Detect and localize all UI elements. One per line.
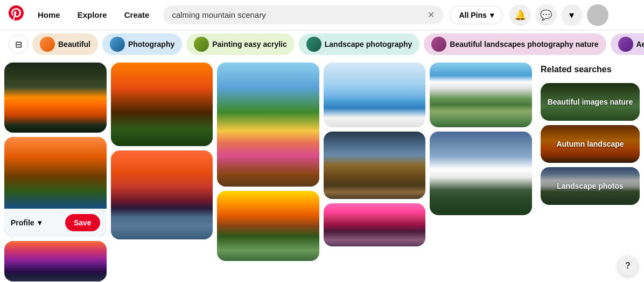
filter-bar: ⊟ Beautiful Photography Painting easy ac… xyxy=(0,30,644,58)
nav-links: Home Explore Create xyxy=(30,6,157,24)
pill-painting-acrylic[interactable]: Painting easy acrylic xyxy=(186,33,295,55)
related-card-autumn-landscape[interactable]: Autumn landscape xyxy=(541,125,640,163)
header: Home Explore Create ✕ All Pins ▾ 🔔 💬 ▾ xyxy=(0,0,644,30)
pill-beautiful-landscapes-label: Beautiful landscapes photography nature xyxy=(450,40,598,49)
pill-landscape-photography-img xyxy=(306,37,321,52)
save-button[interactable]: Save xyxy=(65,214,100,231)
pin-card[interactable] xyxy=(4,241,107,281)
nav-explore[interactable]: Explore xyxy=(70,6,115,24)
pin-card[interactable] xyxy=(111,63,213,146)
pill-aesthetic-label: Aesthetic xyxy=(636,40,645,49)
profile-bar: Profile ▾ Save xyxy=(4,209,107,237)
related-label: Beautiful images nature xyxy=(543,98,638,106)
pin-card[interactable] xyxy=(111,150,213,239)
pill-beautiful-img xyxy=(40,37,55,52)
profile-text: Profile xyxy=(11,218,34,227)
pill-painting-label: Painting easy acrylic xyxy=(212,40,287,49)
pill-photography-label: Photography xyxy=(128,40,174,49)
help-button[interactable]: ? xyxy=(618,256,638,276)
pill-beautiful-landscapes-img xyxy=(431,37,446,52)
pill-beautiful-landscapes[interactable]: Beautiful landscapes photography nature xyxy=(424,33,606,55)
all-pins-label: All Pins xyxy=(459,11,486,19)
pin-card[interactable] xyxy=(217,63,319,187)
clear-icon[interactable]: ✕ xyxy=(428,10,435,20)
pin-card[interactable] xyxy=(217,191,319,261)
profile-label[interactable]: Profile ▾ xyxy=(11,218,41,227)
pin-card[interactable] xyxy=(4,63,107,133)
related-card-beautiful-images-nature[interactable]: Beautiful images nature xyxy=(541,83,640,121)
related-card-landscape-photos[interactable]: Landscape photos xyxy=(541,167,640,205)
masonry-col-4 xyxy=(324,63,426,278)
pin-card[interactable] xyxy=(430,63,532,127)
related-label: Landscape photos xyxy=(552,182,628,190)
main-content: Profile ▾ Save xyxy=(0,58,644,282)
pinterest-logo[interactable] xyxy=(9,5,24,24)
pin-card[interactable] xyxy=(430,132,532,215)
nav-home[interactable]: Home xyxy=(30,6,68,24)
pin-card[interactable] xyxy=(324,203,426,246)
chevron-down-icon: ▾ xyxy=(490,11,494,19)
masonry-col-3 xyxy=(217,63,319,278)
related-searches-title: Related searches xyxy=(541,63,640,79)
message-button[interactable]: 💬 xyxy=(535,4,557,26)
masonry-col-2 xyxy=(111,63,213,278)
pill-painting-img xyxy=(194,37,209,52)
masonry-col-1: Profile ▾ Save xyxy=(4,63,107,278)
filter-button[interactable]: ⊟ xyxy=(9,35,28,54)
notification-bell-button[interactable]: 🔔 xyxy=(509,4,531,26)
pin-card-profile[interactable]: Profile ▾ Save xyxy=(4,137,107,237)
pill-beautiful[interactable]: Beautiful xyxy=(32,33,98,55)
help-icon: ? xyxy=(625,261,631,271)
pill-landscape-photography[interactable]: Landscape photography xyxy=(299,33,420,55)
masonry-grid: Profile ▾ Save xyxy=(0,58,536,282)
pill-beautiful-label: Beautiful xyxy=(58,40,90,49)
avatar[interactable] xyxy=(587,4,608,26)
pin-card[interactable] xyxy=(324,63,426,127)
pill-photography-img xyxy=(110,37,125,52)
nav-create[interactable]: Create xyxy=(117,6,157,24)
pill-aesthetic[interactable]: Aesthetic xyxy=(611,33,645,55)
pin-card[interactable] xyxy=(324,132,426,199)
profile-chevron-icon: ▾ xyxy=(38,218,41,227)
pill-landscape-photography-label: Landscape photography xyxy=(325,40,412,49)
related-label: Autumn landscape xyxy=(552,140,628,148)
masonry-col-5 xyxy=(430,63,532,278)
chevron-down-button[interactable]: ▾ xyxy=(561,4,583,26)
filter-icon: ⊟ xyxy=(15,39,22,50)
header-icons: 🔔 💬 ▾ xyxy=(509,4,608,26)
search-input[interactable] xyxy=(172,10,423,19)
pill-aesthetic-img xyxy=(618,37,633,52)
search-bar: ✕ xyxy=(163,5,443,24)
right-sidebar: Related searches Beautiful images nature… xyxy=(536,58,644,282)
all-pins-button[interactable]: All Pins ▾ xyxy=(450,6,502,24)
pill-photography[interactable]: Photography xyxy=(102,33,182,55)
